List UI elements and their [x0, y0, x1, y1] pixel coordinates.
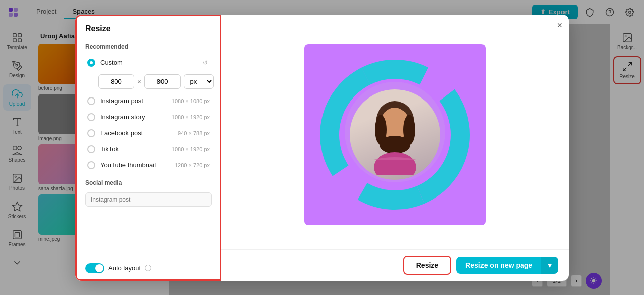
modal-left-panel: Resize Recommended Custom ↺ × px cm — [75, 15, 221, 281]
instagram-post-size: 1080 × 1080 px — [172, 98, 210, 104]
option-custom[interactable]: Custom ↺ — [85, 54, 212, 71]
info-icon[interactable]: ⓘ — [145, 264, 151, 273]
auto-layout-row: Auto layout ⓘ — [85, 263, 212, 273]
recommended-section-title: Recommended — [85, 43, 212, 50]
youtube-thumbnail-label: YouTube thumbnail — [100, 161, 170, 169]
reset-icon[interactable]: ↺ — [201, 58, 210, 67]
instagram-story-size: 1080 × 1920 px — [172, 114, 210, 120]
option-instagram-story[interactable]: Instagram story 1080 × 1920 px — [85, 109, 212, 125]
resize-modal: Resize Recommended Custom ↺ × px cm — [75, 15, 569, 281]
modal-right-panel: × — [221, 15, 569, 281]
modal-preview — [221, 15, 569, 249]
resize-new-page-button[interactable]: Resize on new page ▼ — [456, 257, 558, 274]
option-youtube-thumbnail[interactable]: YouTube thumbnail 1280 × 720 px — [85, 157, 212, 173]
modal-options-scroll: Recommended Custom ↺ × px cm mm — [77, 37, 220, 257]
social-media-title: Social media — [85, 179, 212, 186]
svg-point-36 — [374, 152, 416, 175]
radio-instagram-post[interactable] — [87, 97, 95, 105]
tiktok-label: TikTok — [100, 145, 167, 153]
option-tiktok[interactable]: TikTok 1080 × 1920 px — [85, 141, 212, 157]
social-media-input[interactable] — [85, 192, 212, 207]
option-facebook-post[interactable]: Facebook post 940 × 788 px — [85, 125, 212, 141]
radio-custom[interactable] — [87, 59, 95, 67]
custom-label: Custom — [100, 59, 196, 66]
instagram-post-label: Instagram post — [100, 97, 167, 105]
resize-button[interactable]: Resize — [403, 256, 451, 275]
auto-layout-toggle[interactable] — [85, 263, 104, 273]
size-separator: × — [137, 78, 141, 85]
preview-canvas — [304, 44, 486, 225]
height-input[interactable] — [144, 74, 181, 89]
chevron-down-icon: ▼ — [546, 261, 553, 269]
resize-new-page-main-btn[interactable]: Resize on new page — [456, 257, 541, 274]
custom-size-inputs: × px cm mm in — [98, 74, 212, 89]
option-instagram-post[interactable]: Instagram post 1080 × 1080 px — [85, 93, 212, 109]
svg-point-35 — [380, 136, 410, 154]
instagram-story-label: Instagram story — [100, 113, 167, 121]
radio-instagram-story[interactable] — [87, 113, 95, 121]
radio-youtube-thumbnail[interactable] — [87, 161, 95, 169]
modal-overlay: Resize Recommended Custom ↺ × px cm — [0, 0, 644, 295]
youtube-thumbnail-size: 1280 × 720 px — [175, 162, 210, 168]
modal-left-footer: Auto layout ⓘ — [77, 257, 220, 279]
resize-new-page-arrow-btn[interactable]: ▼ — [541, 257, 558, 274]
facebook-post-label: Facebook post — [100, 129, 173, 137]
unit-select[interactable]: px cm mm in — [184, 74, 214, 89]
close-button[interactable]: × — [557, 21, 562, 30]
width-input[interactable] — [98, 74, 134, 89]
modal-title: Resize — [77, 16, 220, 37]
person-silhouette-svg — [355, 94, 435, 175]
radio-facebook-post[interactable] — [87, 129, 95, 137]
social-media-section: Social media — [85, 179, 212, 207]
tiktok-size: 1080 × 1920 px — [172, 146, 210, 152]
preview-person — [350, 89, 440, 180]
facebook-post-size: 940 × 788 px — [178, 130, 210, 136]
auto-layout-label: Auto layout — [108, 264, 141, 272]
radio-tiktok[interactable] — [87, 145, 95, 153]
modal-footer: Resize Resize on new page ▼ — [221, 249, 569, 281]
